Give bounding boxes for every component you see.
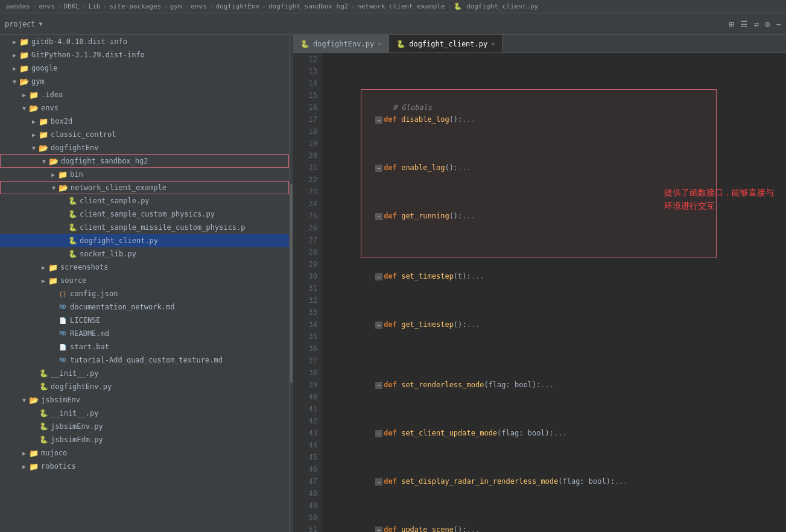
folder-icon: 📁 xyxy=(39,130,48,139)
chevron-down-icon: ▼ xyxy=(19,105,29,112)
editor-area: 🐍 dogfightEnv.py ✕ 🐍 dogfight_client.py … xyxy=(293,35,786,532)
tree-item-client-sample-custom-physics[interactable]: 🐍 client_sample_custom_physics.py xyxy=(0,207,289,221)
tree-item-box2d[interactable]: ▶ 📁 box2d xyxy=(0,115,289,128)
tree-item-dogfightenv[interactable]: ▼ 📂 dogfightEnv xyxy=(0,141,289,154)
fold-icon-38[interactable]: − xyxy=(375,382,382,389)
file-tree[interactable]: ▶ 📁 gitdb-4.0.10.dist-info ▶ 📁 GitPython… xyxy=(0,35,290,532)
tree-item-gitpython[interactable]: ▶ 📁 GitPython-3.1.29.dist-info xyxy=(0,48,289,62)
chevron-down-icon: ▼ xyxy=(19,397,29,404)
fold-icon-33[interactable]: − xyxy=(375,321,382,329)
code-line-44 xyxy=(332,439,776,451)
fold-icon-46[interactable]: − xyxy=(375,478,382,486)
tree-item-license[interactable]: 📄 LICENSE xyxy=(0,314,289,327)
fold-icon-50[interactable]: − xyxy=(375,527,382,532)
code-line-12 xyxy=(332,53,776,65)
tree-item-source[interactable]: ▶ 📁 source xyxy=(0,274,289,287)
tree-item-network-client-example[interactable]: ▼ 📂 network_client_example xyxy=(0,181,289,194)
tree-item-screenshots[interactable]: ▶ 📁 screenshots xyxy=(0,261,289,274)
code-line-14 xyxy=(332,77,776,89)
tree-item-robotics[interactable]: ▶ 📁 robotics xyxy=(0,460,289,473)
tree-item-client-sample-missile[interactable]: 🐍 client_sample_missile_custom_physics.p xyxy=(0,221,289,234)
tree-item-bin[interactable]: ▶ 📁 bin xyxy=(0,168,289,181)
fold-icon-42[interactable]: − xyxy=(375,430,382,437)
tab-dogfightenv[interactable]: 🐍 dogfightEnv.py ✕ xyxy=(293,35,389,52)
folder-icon: 📁 xyxy=(48,276,58,285)
tree-item-google[interactable]: ▶ 📁 google xyxy=(0,62,289,75)
tree-item-tutorial-md[interactable]: MD tutorial-Add_quad_custom_texture.md xyxy=(0,353,289,367)
tree-item-socket-lib[interactable]: 🐍 socket_lib.py xyxy=(0,247,289,261)
tree-item-gitdb[interactable]: ▶ 📁 gitdb-4.0.10.dist-info xyxy=(0,35,289,48)
breadcrumb-sep: › xyxy=(185,2,189,10)
split-icon[interactable]: ⇄ xyxy=(754,19,759,29)
chevron-right-icon: ▶ xyxy=(39,264,48,271)
python-file-icon: 🐍 xyxy=(68,236,77,245)
tree-item-config-json[interactable]: {} config.json xyxy=(0,287,289,300)
code-line-15: # Globals xyxy=(332,89,776,101)
tree-item-readme[interactable]: MD README.md xyxy=(0,327,289,340)
code-line-18 xyxy=(332,125,776,138)
grid-icon[interactable]: ⊞ xyxy=(729,19,734,29)
minus-icon[interactable]: − xyxy=(776,19,781,29)
tab-label-active: dogfight_client.py xyxy=(409,40,487,48)
code-line-45 xyxy=(332,451,776,463)
fold-icon-20[interactable]: − xyxy=(375,165,382,172)
tree-item-jsbsim-init-py[interactable]: 🐍 __init__.py xyxy=(0,407,289,420)
fold-icon-29[interactable]: − xyxy=(375,273,382,280)
annotation-text: 提供了函数接口，能够直接与环境进行交互 xyxy=(664,188,774,211)
tree-item-jsbsimenv-py[interactable]: 🐍 jsbsimEnv.py xyxy=(0,420,289,433)
python-file-icon: 🐍 xyxy=(68,196,77,206)
python-file-icon: 🐍 xyxy=(39,369,48,378)
breadcrumb-item: 🐍 dogfight_client.py xyxy=(454,2,538,10)
python-tab-icon: 🐍 xyxy=(396,40,405,48)
folder-icon: 📁 xyxy=(29,448,39,458)
folder-icon: 📁 xyxy=(39,116,48,126)
tab-dogfight-client[interactable]: 🐍 dogfight_client.py ✕ xyxy=(389,35,502,52)
json-file-icon: {} xyxy=(58,289,68,299)
main-layout: ▶ 📁 gitdb-4.0.10.dist-info ▶ 📁 GitPython… xyxy=(0,35,786,532)
folder-icon: 📁 xyxy=(48,262,58,272)
tree-item-init-py[interactable]: 🐍 __init__.py xyxy=(0,367,289,380)
fold-icon-24[interactable]: − xyxy=(375,213,382,220)
code-line-28 xyxy=(332,246,776,258)
chevron-right-icon: ▶ xyxy=(48,171,58,178)
tab-close-dogfightenv[interactable]: ✕ xyxy=(378,40,381,47)
tree-item-client-sample[interactable]: 🐍 client_sample.py xyxy=(0,194,289,207)
code-editor[interactable]: 12 13 14 15 16 17 18 19 20 21 22 23 24 2… xyxy=(293,53,786,532)
code-line-32 xyxy=(332,294,776,306)
chevron-down-icon: ▼ xyxy=(29,145,39,151)
tree-item-dogfightenv-py[interactable]: 🐍 dogfightEnv.py xyxy=(0,380,289,393)
chevron-right-icon: ▶ xyxy=(29,118,39,125)
tree-item-mujoco[interactable]: ▶ 📁 mujoco xyxy=(0,446,289,460)
breadcrumb-item: gym xyxy=(170,2,182,10)
dropdown-arrow-icon[interactable]: ▼ xyxy=(39,21,43,27)
tree-item-envs[interactable]: ▼ 📂 envs xyxy=(0,101,289,115)
tree-item-idea[interactable]: ▶ 📁 .idea xyxy=(0,88,289,101)
code-line-20: −def enable_log():... xyxy=(332,150,776,162)
tree-item-gym[interactable]: ▼ 📂 gym xyxy=(0,75,289,88)
toolbar: project ▼ ⊞ ☰ ⇄ ⚙ − xyxy=(0,13,786,35)
python-file-icon: 🐍 xyxy=(39,422,48,431)
python-file-icon: 🐍 xyxy=(68,223,77,232)
tree-item-dogfight-client[interactable]: 🐍 dogfight_client.py xyxy=(0,234,289,247)
folder-open-icon: 📂 xyxy=(19,77,29,86)
md-file-icon: MD xyxy=(58,355,68,365)
md-file-icon: MD xyxy=(58,329,68,338)
list-icon[interactable]: ☰ xyxy=(740,19,748,29)
tree-item-jsbsimenv[interactable]: ▼ 📂 jsbsimEnv xyxy=(0,393,289,407)
gear-icon[interactable]: ⚙ xyxy=(765,19,770,29)
tree-item-start-bat[interactable]: 📄 start.bat xyxy=(0,340,289,353)
toolbar-left: project ▼ xyxy=(5,20,43,28)
breadcrumb-sep: › xyxy=(57,2,62,10)
code-line-40 xyxy=(332,391,776,403)
code-line-50: −def update_scene():... xyxy=(332,511,776,524)
tree-item-jsbsimfdm-py[interactable]: 🐍 jsbsimFdm.py xyxy=(0,433,289,446)
breadcrumb-item: site-packages xyxy=(109,2,161,10)
tree-item-classic-control[interactable]: ▶ 📁 classic_control xyxy=(0,128,289,141)
tree-item-dogfight-sandbox[interactable]: ▼ 📂 dogfight_sandbox_hg2 xyxy=(0,154,289,168)
tree-item-docs-md[interactable]: MD documentation_network.md xyxy=(0,300,289,314)
tab-close-dogfight-client[interactable]: ✕ xyxy=(491,40,495,47)
breadcrumb-item: dogfight_sandbox_hg2 xyxy=(268,2,348,10)
fold-icon-16[interactable]: − xyxy=(375,116,382,124)
chevron-right-icon: ▶ xyxy=(10,39,19,45)
code-line-13 xyxy=(332,65,776,77)
